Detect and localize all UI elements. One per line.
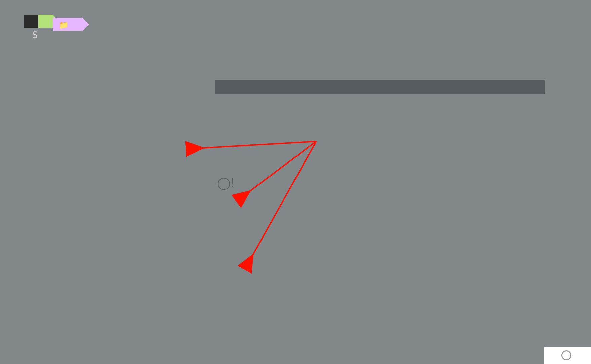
watermark [544,347,591,364]
watermark-logo-icon [561,350,571,360]
terminal-command-line: $ [5,15,48,54]
prompt-path: 📁 [53,18,83,31]
terminal-window[interactable]: 📁 $ [0,0,591,364]
prompt-dollar: $ [29,29,42,40]
folder-icon: 📁 [59,20,69,30]
